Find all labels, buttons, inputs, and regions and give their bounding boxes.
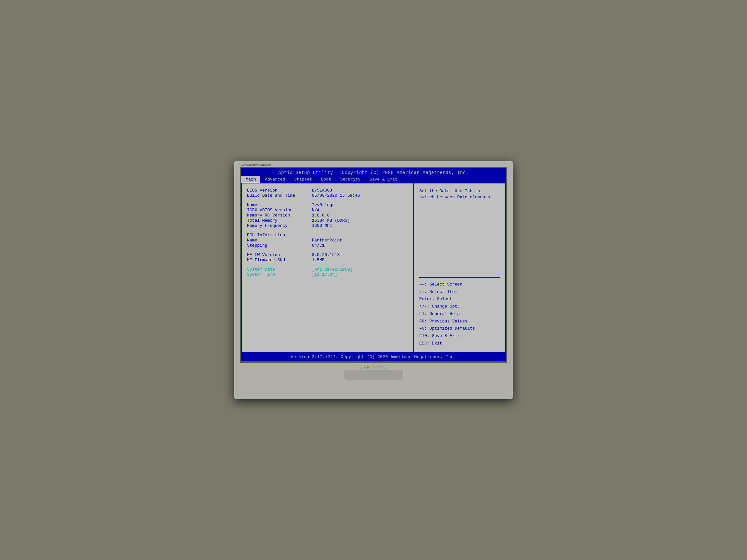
- bios-screen: Aptio Setup Utility – Copyright (C) 2020…: [240, 167, 507, 363]
- key-f9: F9: Optimized Defaults: [419, 325, 500, 332]
- info-row-name: Name IvyBridge: [247, 203, 408, 207]
- value-bios-version: B75LA003: [312, 188, 332, 193]
- label-total-mem: Total Memory: [247, 218, 312, 223]
- info-row-stepping: Stepping 04/C1: [247, 243, 408, 248]
- value-stepping: 04/C1: [312, 243, 325, 248]
- info-row-mem-freq: Memory Frequency 1600 Mhz: [247, 223, 408, 228]
- value-name: IvyBridge: [312, 203, 335, 207]
- monitor-label: SyncMaster 940NW: [239, 163, 271, 167]
- info-group-pch: PCH Information Name PantherPoint Steppi…: [247, 233, 408, 248]
- label-pch-header: PCH Information: [247, 233, 312, 238]
- key-help: →←: Select Screen ↑↓: Select Item Enter:…: [419, 281, 500, 347]
- label-me-fw: ME FW Version: [247, 252, 312, 257]
- info-row-sys-time[interactable]: System Time [11:17:04]: [247, 272, 408, 277]
- label-build-date: Build Date and Time: [247, 193, 312, 198]
- value-build-date: 05/08/2020 15:58:46: [312, 193, 360, 198]
- nav-bar: Main Advanced Chipset Boot Security Save…: [241, 176, 506, 183]
- info-row-pch-header: PCH Information: [247, 233, 408, 238]
- monitor-stand: [344, 370, 403, 380]
- footer-text: Version 2.17.1247. Copyright (C) 2020 Am…: [291, 354, 456, 359]
- footer-bar: Version 2.17.1247. Copyright (C) 2020 Am…: [241, 353, 506, 361]
- key-change-opt: +/-: Change Opt.: [419, 303, 500, 311]
- title-text: Aptio Setup Utility – Copyright (C) 2020…: [278, 170, 469, 175]
- tab-save-exit[interactable]: Save & Exit: [365, 176, 402, 183]
- value-mem-rc: 1.8.0.0: [312, 213, 330, 218]
- left-panel: BIOS Version B75LA003 Build Date and Tim…: [242, 183, 414, 352]
- tab-boot[interactable]: Boot: [316, 176, 336, 183]
- tab-main[interactable]: Main: [241, 176, 260, 183]
- content-area: BIOS Version B75LA003 Build Date and Tim…: [241, 183, 506, 353]
- label-me-sku: ME Firmware SKU: [247, 258, 312, 263]
- key-select-screen: →←: Select Screen: [419, 281, 500, 288]
- value-sys-time[interactable]: [11:17:04]: [312, 272, 337, 277]
- info-group-me: ME FW Version 8.0.20.1513 ME Firmware SK…: [247, 252, 408, 263]
- value-me-fw: 8.0.20.1513: [312, 252, 340, 257]
- info-row-igfx: IGFX VBIOS Version N/A: [247, 208, 408, 213]
- tab-advanced[interactable]: Advanced: [260, 176, 289, 183]
- key-f10: F10: Save & Exit: [419, 332, 500, 340]
- help-description: Set the Date. Use Tab toswitch between D…: [419, 188, 500, 201]
- info-row-total-mem: Total Memory 16384 MB (DDR3): [247, 218, 408, 223]
- info-row-me-fw: ME FW Version 8.0.20.1513: [247, 252, 408, 257]
- label-sys-time: System Time: [247, 272, 312, 277]
- key-enter: Enter: Select: [419, 296, 500, 303]
- info-row-pch-name: Name PantherPoint: [247, 238, 408, 243]
- info-row-build-date: Build Date and Time 05/08/2020 15:58:46: [247, 193, 408, 198]
- value-igfx: N/A: [312, 208, 319, 213]
- value-mem-freq: 1600 Mhz: [312, 223, 332, 228]
- label-mem-rc: Memory RC Version: [247, 213, 312, 218]
- key-f1: F1: General Help: [419, 311, 500, 318]
- value-me-sku: 1.5MB: [312, 258, 325, 263]
- key-select-item: ↑↓: Select Item: [419, 288, 500, 296]
- label-igfx: IGFX VBIOS Version: [247, 208, 312, 213]
- monitor: SyncMaster 940NW Aptio Setup Utility – C…: [234, 161, 513, 399]
- value-pch-name: PantherPoint: [312, 238, 342, 243]
- info-group-datetime: System Date [Fri 01/02/2009] System Time…: [247, 267, 408, 277]
- label-mem-freq: Memory Frequency: [247, 223, 312, 228]
- tab-security[interactable]: Security: [336, 176, 365, 183]
- divider: [419, 277, 500, 278]
- title-bar: Aptio Setup Utility – Copyright (C) 2020…: [241, 168, 506, 176]
- info-group-cpu: Name IvyBridge IGFX VBIOS Version N/A Me…: [247, 203, 408, 228]
- info-row-mem-rc: Memory RC Version 1.8.0.0: [247, 213, 408, 218]
- key-esc: ESC: Exit: [419, 340, 500, 347]
- key-f8: F8: Previous Values: [419, 318, 500, 325]
- info-group-bios: BIOS Version B75LA003 Build Date and Tim…: [247, 188, 408, 198]
- right-panel: Set the Date. Use Tab toswitch between D…: [414, 183, 505, 352]
- info-row-sys-date[interactable]: System Date [Fri 01/02/2009]: [247, 267, 408, 272]
- label-stepping: Stepping: [247, 243, 312, 248]
- label-pch-name: Name: [247, 238, 312, 243]
- brand-label: SAMSUNG: [240, 363, 507, 370]
- info-row-bios-version: BIOS Version B75LA003: [247, 188, 408, 193]
- label-bios-version: BIOS Version: [247, 188, 312, 193]
- value-total-mem: 16384 MB (DDR3): [312, 218, 350, 223]
- info-row-me-sku: ME Firmware SKU 1.5MB: [247, 258, 408, 263]
- tab-chipset[interactable]: Chipset: [290, 176, 317, 183]
- value-sys-date[interactable]: [Fri 01/02/2009]: [312, 267, 353, 272]
- label-sys-date: System Date: [247, 267, 312, 272]
- label-name: Name: [247, 203, 312, 207]
